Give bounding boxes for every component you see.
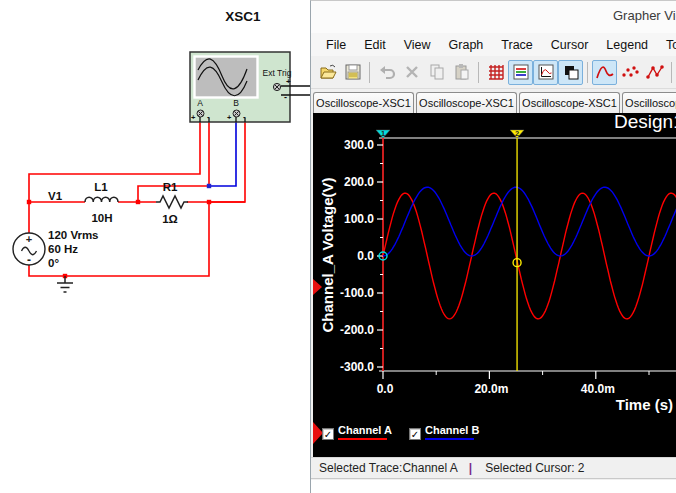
source-ref-label: V1 <box>48 190 63 202</box>
toolbar-separator <box>369 62 370 83</box>
ground-symbol[interactable] <box>57 276 73 292</box>
toolbar-separator <box>671 62 672 83</box>
y-tick-label: -100.0 <box>340 286 374 300</box>
copy-button[interactable] <box>424 60 449 85</box>
toolbar-separator <box>587 62 588 83</box>
black-white-view-icon <box>561 62 581 82</box>
menu-item-tools[interactable]: Tools <box>657 38 676 52</box>
channel-a-label[interactable]: Channel A <box>338 424 392 436</box>
channel-a-color-swatch <box>338 438 387 440</box>
terminal-b-label: B <box>233 98 239 108</box>
ext-trig-plus: + <box>286 77 291 86</box>
tab-oscilloscope-xsc1-1[interactable]: Oscilloscope-XSC1 <box>313 92 414 113</box>
source-v1[interactable]: + - <box>13 233 45 267</box>
channel-b-label[interactable]: Channel B <box>425 424 479 436</box>
channel-b-checkbox[interactable]: ✓ <box>409 428 421 440</box>
wire-scope-b-minus[interactable] <box>209 122 245 202</box>
black-white-view-button[interactable] <box>558 60 583 85</box>
y-tick-label: -200.0 <box>340 323 374 337</box>
y-tick-label: 100.0 <box>344 212 374 226</box>
menu-item-legend[interactable]: Legend <box>597 38 657 52</box>
scope-screen <box>195 57 258 98</box>
resistor-ref-label: R1 <box>163 181 178 193</box>
tab-oscilloscope-xsc1-2[interactable]: Oscilloscope-XSC1 <box>416 92 517 113</box>
tab-oscilloscope-xsc1-3[interactable]: Oscilloscope-XSC1 <box>519 92 620 113</box>
terminal-a-plus: + <box>191 113 196 122</box>
y-tick-label: 0.0 <box>357 249 374 263</box>
x-tick-label: 20.0m <box>474 382 508 396</box>
save-button[interactable] <box>340 60 365 85</box>
menu-item-view[interactable]: View <box>395 38 440 52</box>
grapher-view-window: Grapher View File Edit View Graph Trace … <box>310 0 676 493</box>
source-value-line2: 60 Hz <box>48 243 78 255</box>
resistor-value-label: 1Ω <box>162 213 178 225</box>
y-tick-label: 300.0 <box>344 138 374 152</box>
status-selected-cursor: Selected Cursor: 2 <box>485 461 584 475</box>
plot-title: Design1 <box>614 113 676 132</box>
title-bar[interactable]: Grapher View <box>311 1 676 33</box>
y-axis-label: Channel_A Voltage(V) <box>319 177 336 332</box>
menu-item-edit[interactable]: Edit <box>355 38 395 52</box>
x-tick-label: 40.0m <box>581 382 615 396</box>
menu-item-file[interactable]: File <box>317 38 355 52</box>
grid-icon <box>486 62 506 82</box>
multisim-workspace: + - Ext Trig + - A + - B <box>0 0 676 493</box>
save-icon <box>343 62 363 82</box>
terminal-b-plus: + <box>227 113 232 122</box>
undo-icon <box>377 62 397 82</box>
window-footer-space <box>311 480 676 493</box>
source-value-line3: 0° <box>48 257 59 269</box>
oscilloscope-xsc1[interactable]: Ext Trig + - A + - B + - <box>190 52 310 122</box>
paste-button[interactable] <box>449 60 474 85</box>
channel-a-checkbox[interactable]: ✓ <box>322 428 334 440</box>
graph-properties-icon <box>536 62 556 82</box>
ext-trig-minus: - <box>284 92 287 102</box>
toolbar-separator <box>478 62 479 83</box>
cursor-2-number: 2 <box>515 129 519 138</box>
wire-scope-b-plus[interactable] <box>209 122 236 186</box>
active-page-arrow-icon <box>313 279 322 295</box>
resistor-r1[interactable] <box>156 196 188 208</box>
trace-line-dot-style-icon <box>645 62 665 82</box>
inductor-value-label: 10H <box>91 212 112 224</box>
oscilloscope-chart: 300.0200.0100.00.0-100.0-200.0-300.00.02… <box>313 113 676 457</box>
x-tick-label: 0.0 <box>377 382 394 396</box>
trace-line-style-button[interactable] <box>592 60 617 85</box>
status-separator: | <box>469 461 472 475</box>
graph-properties-button[interactable] <box>533 60 558 85</box>
channel-b-color-swatch <box>425 438 474 440</box>
legend-item-channel-b: ✓ Channel B <box>409 424 479 440</box>
oscilloscope-ref-label: XSC1 <box>225 9 261 24</box>
window-title: Grapher View <box>613 8 676 23</box>
source-value-line1: 120 Vrms <box>48 229 99 241</box>
undo-button[interactable] <box>374 60 399 85</box>
delete-button[interactable] <box>399 60 424 85</box>
source-plus-mark: + <box>26 233 32 245</box>
terminal-a-label: A <box>197 98 203 108</box>
open-button[interactable] <box>315 60 340 85</box>
open-icon <box>318 62 338 82</box>
menu-item-cursor[interactable]: Cursor <box>542 38 598 52</box>
legend-toggle-button[interactable] <box>508 60 533 85</box>
status-selected-trace: Selected Trace:Channel A <box>319 461 458 475</box>
inductor-l1[interactable] <box>85 197 118 202</box>
trace-dot-style-button[interactable] <box>617 60 642 85</box>
menu-item-graph[interactable]: Graph <box>440 38 493 52</box>
paste-icon <box>452 62 472 82</box>
trace-line-dot-style-button[interactable] <box>642 60 667 85</box>
grid-button[interactable] <box>483 60 508 85</box>
inductor-ref-label: L1 <box>94 181 108 193</box>
status-bar: Selected Trace:Channel A | Selected Curs… <box>311 457 676 479</box>
plot-area: 300.0200.0100.00.0-100.0-200.0-300.00.02… <box>313 113 676 457</box>
y-tick-label: -300.0 <box>340 360 374 374</box>
menu-item-trace[interactable]: Trace <box>492 38 542 52</box>
delete-icon <box>402 62 422 82</box>
y-tick-label: 200.0 <box>344 175 374 189</box>
trace-channel-b[interactable] <box>383 187 676 256</box>
menu-bar: File Edit View Graph Trace Cursor Legend… <box>311 33 676 56</box>
trace-legend: ✓ Channel A ✓ Channel B <box>322 424 479 440</box>
tab-bar: Oscilloscope-XSC1 Oscilloscope-XSC1 Osci… <box>313 89 676 113</box>
tab-oscilloscope-xsc1-4[interactable]: Oscilloscope-XSC1 <box>622 92 676 113</box>
toolbar <box>311 56 676 89</box>
trace-channel-a[interactable] <box>383 193 676 319</box>
